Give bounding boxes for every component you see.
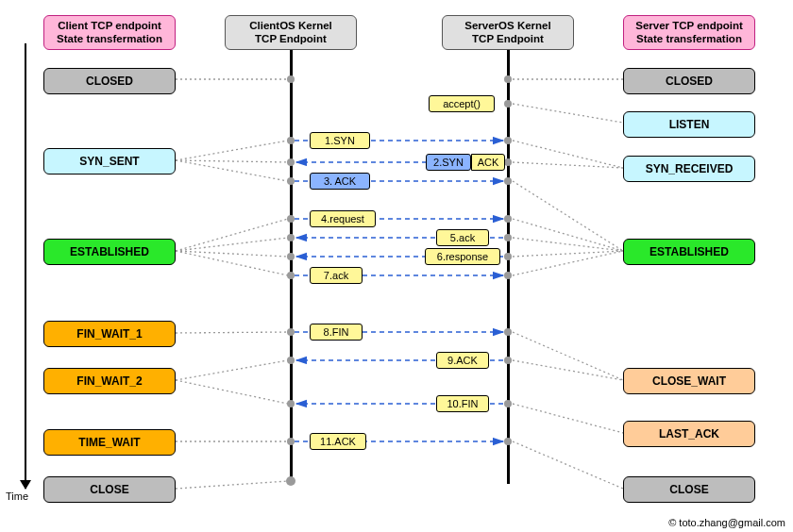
svg-line-32 — [513, 251, 623, 275]
time-axis-arrow — [25, 43, 26, 489]
msg-5-ack: 5.ack — [436, 229, 489, 246]
svg-line-16 — [176, 238, 288, 251]
msg-accept: accept() — [429, 95, 495, 112]
client-state-syn-sent: SYN_SENT — [43, 148, 176, 175]
svg-line-35 — [513, 404, 623, 433]
msg-2-syn: 2.SYN — [426, 154, 471, 171]
svg-line-18 — [176, 251, 288, 275]
msg-10-fin: 10.FIN — [436, 395, 489, 412]
svg-line-25 — [513, 104, 623, 123]
svg-line-36 — [513, 441, 623, 489]
client-state-fin-wait-2: FIN_WAIT_2 — [43, 368, 176, 394]
svg-line-19 — [176, 332, 288, 333]
svg-line-14 — [176, 160, 288, 181]
svg-line-33 — [513, 332, 623, 380]
msg-7-ack: 7.ack — [310, 267, 363, 284]
server-state-close-wait: CLOSE_WAIT — [623, 368, 755, 394]
svg-line-28 — [513, 181, 623, 251]
svg-line-31 — [513, 251, 623, 257]
svg-line-30 — [513, 238, 623, 251]
credit-label: © toto.zhang@gmail.com — [668, 517, 785, 528]
lifeline-server-kernel — [507, 50, 510, 484]
svg-line-15 — [176, 219, 288, 251]
svg-line-12 — [176, 141, 288, 160]
svg-line-20 — [176, 360, 288, 380]
msg-11-ack: 11.ACK — [310, 433, 366, 450]
svg-line-34 — [513, 360, 623, 380]
svg-line-17 — [176, 251, 288, 257]
server-state-closed: CLOSED — [623, 68, 755, 94]
client-state-close: CLOSE — [43, 476, 176, 503]
msg-2-ack: ACK — [471, 154, 505, 171]
msg-6-resp: 6.response — [425, 248, 500, 265]
header-client-kernel: ClientOS KernelTCP Endpoint — [225, 15, 357, 50]
msg-3-ack: 3. ACK — [310, 173, 370, 190]
time-axis-label: Time — [6, 490, 28, 502]
header-server-state: Server TCP endpointState transfermation — [623, 15, 755, 50]
svg-line-26 — [513, 141, 623, 168]
svg-line-21 — [176, 380, 288, 404]
server-state-close: CLOSE — [623, 476, 755, 503]
client-state-closed: CLOSED — [43, 68, 176, 94]
msg-8-fin: 8.FIN — [310, 324, 363, 341]
server-state-last-ack: LAST_ACK — [623, 421, 755, 447]
server-state-listen: LISTEN — [623, 111, 755, 138]
header-server-kernel: ServerOS KernelTCP Endpoint — [442, 15, 574, 50]
client-state-time-wait: TIME_WAIT — [43, 429, 176, 456]
lifeline-client-kernel — [290, 50, 293, 484]
svg-line-27 — [513, 162, 623, 168]
svg-line-23 — [176, 481, 288, 489]
svg-line-29 — [513, 219, 623, 251]
client-state-fin-wait-1: FIN_WAIT_1 — [43, 321, 176, 347]
client-state-established: ESTABLISHED — [43, 239, 176, 265]
header-client-state: Client TCP endpointState transfermation — [43, 15, 176, 50]
msg-9-ack: 9.ACK — [436, 352, 489, 369]
msg-1-syn: 1.SYN — [310, 132, 370, 149]
svg-line-13 — [176, 160, 288, 162]
msg-4-req: 4.request — [310, 210, 376, 227]
server-state-established: ESTABLISHED — [623, 239, 755, 265]
server-state-syn-received: SYN_RECEIVED — [623, 156, 755, 182]
